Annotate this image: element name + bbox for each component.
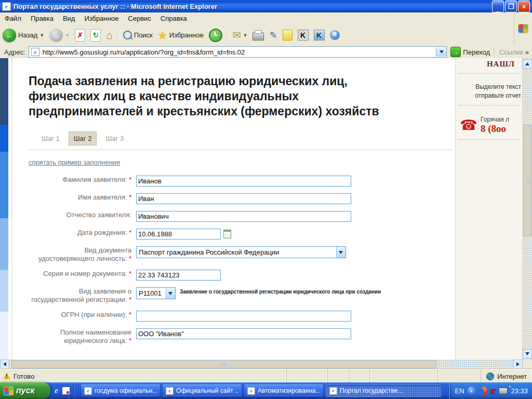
discuss-button[interactable] — [280, 29, 295, 42]
mail-button[interactable]: ✉▼ — [230, 28, 250, 42]
scroll-left-button[interactable] — [0, 360, 9, 369]
horizontal-scroll-thumb[interactable] — [11, 360, 436, 368]
refresh-button[interactable]: ↻ — [88, 28, 103, 43]
windows-flag-icon — [518, 24, 528, 33]
forward-button[interactable]: →▼ — [47, 28, 72, 43]
required-asterisk: * — [127, 176, 131, 183]
favorites-button[interactable]: ★ Избранное — [155, 28, 206, 43]
internet-explorer-icon: e — [2, 2, 11, 11]
stop-icon: ✗ — [75, 29, 85, 42]
menu-item-избранное[interactable]: Избранное — [79, 13, 123, 24]
print-button[interactable] — [250, 29, 267, 42]
print-icon — [252, 32, 264, 41]
kaspersky-tray-icon[interactable]: K — [490, 387, 496, 395]
birthdate-input[interactable]: 10.06.1988 — [136, 229, 221, 240]
scroll-down-button[interactable] — [523, 349, 532, 358]
form-page: Подача заявления на регистрацию юридичес… — [8, 58, 455, 360]
firstname-input[interactable]: Иван — [136, 193, 351, 204]
search-button[interactable]: Поиск — [121, 30, 155, 41]
internet-explorer-icon: e — [247, 387, 255, 395]
kaspersky-button[interactable]: K — [295, 29, 311, 42]
page-content: Подача заявления на регистрацию юридичес… — [0, 58, 532, 360]
application-type-select[interactable]: Р11001 — [136, 287, 176, 299]
calendar-icon[interactable] — [223, 230, 231, 238]
tray-app-icon[interactable] — [479, 387, 487, 395]
menu-item-сервис[interactable]: Сервис — [123, 13, 156, 24]
history-button[interactable] — [206, 28, 225, 43]
taskbar-button-3[interactable]: eАвтоматизированна... — [244, 384, 323, 397]
ogrn-input[interactable] — [136, 311, 351, 322]
back-button[interactable]: ← Назад▼ — [0, 28, 47, 43]
language-bar-icon[interactable]: ‹ — [468, 387, 476, 395]
taskbar-button-4[interactable]: eПортал государстве... — [326, 384, 441, 397]
tabs-divider — [29, 150, 451, 150]
form-field-row: Имя заявителя: *Иван — [29, 193, 455, 204]
tab-step-2[interactable]: Шаг 2 — [69, 131, 97, 145]
required-asterisk: * — [127, 193, 131, 201]
back-dropdown-icon[interactable]: ▼ — [39, 33, 44, 38]
menu-item-справка[interactable]: Справка — [156, 13, 192, 24]
stop-button[interactable]: ✗ — [72, 28, 88, 43]
system-tray: EN ‹ K 23:33 — [449, 382, 532, 399]
close-button[interactable]: × — [518, 1, 530, 12]
application-type-label: Вид заявления о государственной регистра… — [29, 287, 136, 304]
page-title: Подача заявления на регистрацию юридичес… — [29, 74, 444, 119]
required-asterisk: * — [127, 311, 131, 318]
edit-button[interactable]: ✎ — [267, 29, 280, 42]
required-asterisk: * — [127, 296, 131, 303]
form-field-row: Фамилия заявителя: *Иванов — [29, 176, 455, 187]
restore-button[interactable]: ❐ — [505, 1, 517, 12]
hide-example-link[interactable]: спрятать пример заполнения — [29, 158, 120, 166]
form-field-row: Вид документа удостоверяющего личность: … — [29, 246, 455, 263]
form-field-row: Вид заявления о государственной регистра… — [29, 287, 455, 304]
dropdown-arrow-icon[interactable] — [166, 288, 175, 299]
vertical-scroll-thumb[interactable] — [523, 125, 531, 236]
patronymic-input[interactable]: Иванович — [136, 211, 351, 222]
back-icon: ← — [3, 29, 16, 42]
warning-icon — [3, 373, 10, 379]
address-dropdown-button[interactable] — [436, 47, 446, 57]
language-indicator[interactable]: EN — [455, 387, 464, 395]
tab-step-3[interactable]: Шаг 3 — [101, 132, 128, 145]
surname-input[interactable]: Иванов — [136, 176, 351, 187]
document-number-label: Серия и номер документа: * — [29, 270, 136, 281]
minimize-button[interactable]: _ — [492, 1, 504, 12]
kaspersky-search-button[interactable]: K — [311, 29, 327, 42]
tab-step-1[interactable]: Шаг 1 — [37, 132, 64, 145]
company-name-label: Полное наименование юридического лица: * — [29, 328, 136, 345]
go-arrow-icon: → — [450, 47, 461, 57]
refresh-icon: ↻ — [90, 29, 101, 42]
links-chevron-icon[interactable]: » — [525, 48, 532, 56]
document-number-input[interactable]: 22 33 743123 — [136, 270, 221, 281]
company-name-input[interactable]: ООО "Иванов" — [136, 328, 351, 339]
scroll-right-button[interactable] — [513, 360, 523, 369]
internet-zone-icon — [486, 373, 494, 380]
taskbar-button-2[interactable]: eОфициальный сайт ... — [163, 384, 242, 397]
forward-icon: → — [49, 29, 63, 42]
go-button[interactable]: → Переход — [447, 47, 494, 57]
menu-item-правка[interactable]: Правка — [26, 13, 58, 24]
quick-launch-icon-2[interactable] — [62, 387, 70, 395]
messenger-button[interactable] — [327, 29, 342, 41]
history-clock-icon — [209, 29, 222, 42]
horizontal-scrollbar[interactable] — [0, 360, 523, 369]
links-menu[interactable]: Ссылки — [494, 48, 525, 56]
form-field-row: Полное наименование юридического лица: *… — [29, 328, 455, 345]
scroll-up-button[interactable] — [523, 59, 532, 69]
hotline-block: ☎ Горячая л 8 (8оо — [456, 116, 522, 135]
menu-item-вид[interactable]: Вид — [58, 13, 80, 24]
start-button[interactable]: пуск — [0, 382, 50, 399]
home-button[interactable]: ⌂ — [103, 28, 115, 43]
browser-window: e Портал государственных услуг :: - Micr… — [0, 0, 532, 399]
sidebar-divider — [458, 73, 520, 74]
id-document-type-select[interactable]: Паспорт гражданина Российской Федерации — [136, 246, 346, 258]
dropdown-arrow-icon[interactable] — [336, 247, 345, 258]
taskbar-button-1[interactable]: eгосдума официальн... — [81, 384, 160, 397]
address-input[interactable] — [42, 48, 436, 57]
vertical-scrollbar[interactable] — [523, 58, 532, 360]
menu-item-файл[interactable]: Файл — [0, 13, 26, 24]
kaspersky-icon: K — [298, 30, 309, 41]
network-connection-icon[interactable] — [499, 388, 508, 394]
internet-explorer-icon: e — [84, 387, 92, 395]
internet-explorer-quick-launch-icon[interactable]: e — [55, 386, 58, 395]
